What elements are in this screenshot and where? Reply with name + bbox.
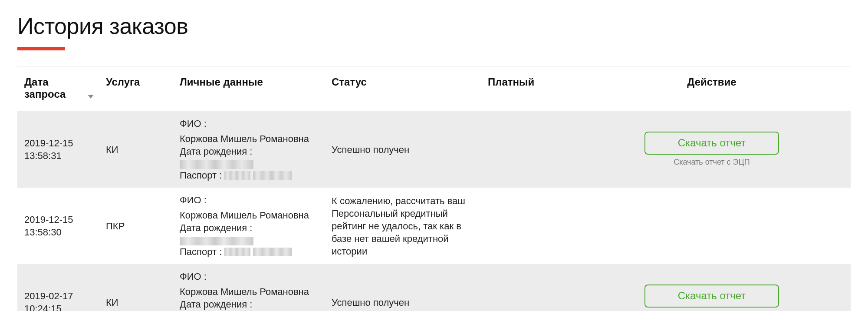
pd-dob-label: Дата рождения : [180, 222, 252, 234]
pd-fio-label: ФИО : [180, 270, 207, 283]
orders-table: Дата запроса Услуга Личные данные Статус… [17, 66, 851, 311]
table-row: 2019-12-15 13:58:30 ПКР ФИО : Коржова Ми… [17, 188, 851, 264]
page-title: История заказов [17, 13, 851, 39]
pd-passport-label: Паспорт : [180, 169, 222, 182]
col-header-action[interactable]: Действие [573, 66, 851, 111]
pd-passport-redacted-2 [253, 248, 292, 256]
pd-passport-redacted-1 [224, 248, 250, 256]
pd-passport-redacted-1 [224, 171, 250, 180]
cell-service: КИ [100, 264, 174, 311]
title-underline [17, 47, 65, 50]
cell-paid [482, 264, 573, 311]
cell-service: КИ [100, 111, 174, 188]
cell-status: Успешно получен [326, 111, 482, 188]
col-header-personal[interactable]: Личные данные [174, 66, 326, 111]
sort-desc-icon [88, 95, 94, 99]
col-header-paid[interactable]: Платный [482, 66, 573, 111]
cell-personal: ФИО : Коржова Мишель Романовна Дата рожд… [174, 188, 326, 264]
cell-paid [482, 111, 573, 188]
cell-action: Скачать отчет Скачать отчет с ЭЦП [573, 264, 851, 311]
pd-fio-value: Коржова Мишель Романовна [180, 209, 309, 222]
cell-personal: ФИО : Коржова Мишель Романовна Дата рожд… [174, 264, 326, 311]
col-header-service[interactable]: Услуга [100, 66, 174, 111]
cell-action: Скачать отчет Скачать отчет с ЭЦП [573, 111, 851, 188]
download-report-button[interactable]: Скачать отчет [644, 132, 779, 155]
pd-fio-value: Коржова Мишель Романовна [180, 132, 309, 145]
cell-personal: ФИО : Коржова Мишель Романовна Дата рожд… [174, 111, 326, 188]
col-header-date-label: Дата запроса [24, 76, 79, 100]
pd-passport-redacted-2 [253, 171, 292, 180]
cell-status: Успешно получен [326, 264, 482, 311]
table-row: 2019-02-17 10:24:15 КИ ФИО : Коржова Миш… [17, 264, 851, 311]
cell-status: К сожалению, рассчитать ваш Персональный… [326, 188, 482, 264]
table-row: 2019-12-15 13:58:31 КИ ФИО : Коржова Миш… [17, 111, 851, 188]
pd-dob-redacted [180, 237, 253, 245]
cell-paid [482, 188, 573, 264]
pd-fio-label: ФИО : [180, 194, 207, 206]
pd-dob-redacted [180, 160, 253, 169]
download-signed-link[interactable]: Скачать отчет с ЭЦП [579, 157, 845, 168]
pd-fio-label: ФИО : [180, 117, 207, 130]
pd-fio-value: Коржова Мишель Романовна [180, 285, 309, 298]
cell-date: 2019-12-15 13:58:30 [17, 188, 100, 264]
table-body: 2019-12-15 13:58:31 КИ ФИО : Коржова Миш… [17, 111, 851, 311]
cell-service: ПКР [100, 188, 174, 264]
download-report-button[interactable]: Скачать отчет [644, 285, 779, 308]
pd-passport-label: Паспорт : [180, 245, 222, 258]
pd-dob-label: Дата рождения : [180, 298, 252, 311]
col-header-status[interactable]: Статус [326, 66, 482, 111]
cell-date: 2019-12-15 13:58:31 [17, 111, 100, 188]
pd-dob-label: Дата рождения : [180, 145, 252, 158]
cell-action [573, 188, 851, 264]
cell-date: 2019-02-17 10:24:15 [17, 264, 100, 311]
col-header-date[interactable]: Дата запроса [17, 66, 100, 111]
table-header-row: Дата запроса Услуга Личные данные Статус… [17, 66, 851, 111]
